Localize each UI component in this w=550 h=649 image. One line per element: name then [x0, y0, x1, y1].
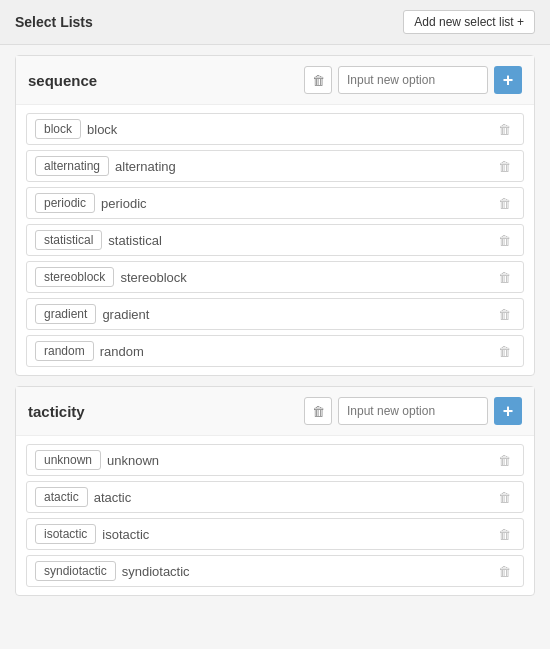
- list-item: isotactic🗑: [26, 518, 524, 550]
- section-title-tacticity: tacticity: [28, 403, 85, 420]
- delete-option-button[interactable]: 🗑: [494, 305, 515, 324]
- list-item: block🗑: [26, 113, 524, 145]
- list-item: periodic🗑: [26, 187, 524, 219]
- page-title: Select Lists: [15, 14, 93, 30]
- list-item: random🗑: [26, 335, 524, 367]
- content-area: sequence🗑+block🗑alternating🗑periodic🗑sta…: [0, 45, 550, 606]
- add-new-select-list-button[interactable]: Add new select list +: [403, 10, 535, 34]
- list-item: atactic🗑: [26, 481, 524, 513]
- option-tag: syndiotactic: [35, 561, 116, 581]
- delete-option-button[interactable]: 🗑: [494, 525, 515, 544]
- delete-option-button[interactable]: 🗑: [494, 562, 515, 581]
- section-controls-sequence: 🗑+: [304, 66, 522, 94]
- list-item: stereoblock🗑: [26, 261, 524, 293]
- new-option-input-tacticity[interactable]: [338, 397, 488, 425]
- section-header-sequence: sequence🗑+: [16, 56, 534, 105]
- delete-option-button[interactable]: 🗑: [494, 157, 515, 176]
- option-tag: gradient: [35, 304, 96, 324]
- select-list-section-tacticity: tacticity🗑+unknown🗑atactic🗑isotactic🗑syn…: [15, 386, 535, 596]
- delete-option-button[interactable]: 🗑: [494, 231, 515, 250]
- option-tag: alternating: [35, 156, 109, 176]
- delete-option-button[interactable]: 🗑: [494, 268, 515, 287]
- option-value-input[interactable]: [120, 270, 488, 285]
- delete-option-button[interactable]: 🗑: [494, 194, 515, 213]
- delete-option-button[interactable]: 🗑: [494, 488, 515, 507]
- trash-icon: 🗑: [498, 527, 511, 542]
- section-title-sequence: sequence: [28, 72, 97, 89]
- list-item: gradient🗑: [26, 298, 524, 330]
- trash-icon: 🗑: [498, 270, 511, 285]
- option-tag: random: [35, 341, 94, 361]
- trash-icon: 🗑: [498, 453, 511, 468]
- option-tag: stereoblock: [35, 267, 114, 287]
- plus-icon: +: [503, 402, 514, 420]
- add-option-button-tacticity[interactable]: +: [494, 397, 522, 425]
- delete-option-button[interactable]: 🗑: [494, 451, 515, 470]
- option-tag: statistical: [35, 230, 102, 250]
- option-value-input[interactable]: [102, 527, 488, 542]
- list-item: unknown🗑: [26, 444, 524, 476]
- option-tag: isotactic: [35, 524, 96, 544]
- section-controls-tacticity: 🗑+: [304, 397, 522, 425]
- section-items-tacticity: unknown🗑atactic🗑isotactic🗑syndiotactic🗑: [16, 436, 534, 595]
- option-value-input[interactable]: [107, 453, 488, 468]
- option-value-input[interactable]: [115, 159, 488, 174]
- trash-icon: 🗑: [498, 490, 511, 505]
- option-tag: block: [35, 119, 81, 139]
- add-option-button-sequence[interactable]: +: [494, 66, 522, 94]
- trash-icon: 🗑: [498, 196, 511, 211]
- option-value-input[interactable]: [122, 564, 488, 579]
- page-header: Select Lists Add new select list +: [0, 0, 550, 45]
- list-item: statistical🗑: [26, 224, 524, 256]
- trash-icon: 🗑: [498, 564, 511, 579]
- delete-option-button[interactable]: 🗑: [494, 120, 515, 139]
- option-value-input[interactable]: [100, 344, 488, 359]
- option-value-input[interactable]: [87, 122, 488, 137]
- option-value-input[interactable]: [102, 307, 488, 322]
- trash-icon: 🗑: [498, 233, 511, 248]
- section-header-tacticity: tacticity🗑+: [16, 387, 534, 436]
- delete-section-button-sequence[interactable]: 🗑: [304, 66, 332, 94]
- trash-icon: 🗑: [312, 404, 325, 419]
- new-option-input-sequence[interactable]: [338, 66, 488, 94]
- option-tag: unknown: [35, 450, 101, 470]
- plus-icon: +: [503, 71, 514, 89]
- option-tag: periodic: [35, 193, 95, 213]
- section-items-sequence: block🗑alternating🗑periodic🗑statistical🗑s…: [16, 105, 534, 375]
- list-item: syndiotactic🗑: [26, 555, 524, 587]
- trash-icon: 🗑: [312, 73, 325, 88]
- delete-section-button-tacticity[interactable]: 🗑: [304, 397, 332, 425]
- option-value-input[interactable]: [101, 196, 488, 211]
- delete-option-button[interactable]: 🗑: [494, 342, 515, 361]
- trash-icon: 🗑: [498, 159, 511, 174]
- trash-icon: 🗑: [498, 344, 511, 359]
- option-value-input[interactable]: [94, 490, 488, 505]
- option-value-input[interactable]: [108, 233, 488, 248]
- trash-icon: 🗑: [498, 122, 511, 137]
- list-item: alternating🗑: [26, 150, 524, 182]
- option-tag: atactic: [35, 487, 88, 507]
- select-list-section-sequence: sequence🗑+block🗑alternating🗑periodic🗑sta…: [15, 55, 535, 376]
- trash-icon: 🗑: [498, 307, 511, 322]
